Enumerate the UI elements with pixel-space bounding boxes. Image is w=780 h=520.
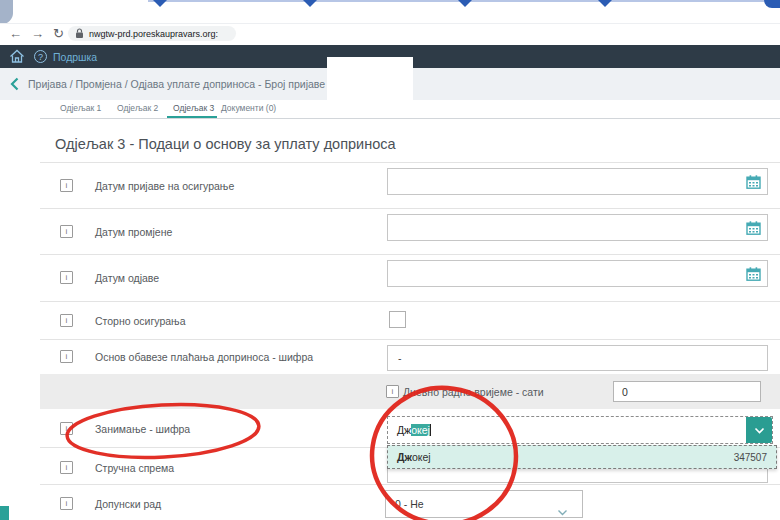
lock-icon (75, 28, 84, 39)
browser-tab-corner (0, 0, 13, 24)
select-value: 0 - Не (386, 491, 582, 517)
info-icon[interactable]: i (60, 422, 73, 435)
browser-window: ← → ↻ nwgtw-prd.poreskaupravars.org: ? П… (0, 0, 780, 520)
tab-section-1[interactable]: Одјељак 1 (60, 103, 101, 113)
refresh-icon[interactable]: ↻ (53, 26, 64, 42)
storno-checkbox[interactable] (389, 311, 406, 328)
info-icon[interactable]: i (60, 179, 73, 192)
info-icon[interactable]: i (60, 225, 73, 238)
page-title: Одјељак 3 - Подаци о основу за уплату до… (55, 136, 396, 152)
field-label-daily-hours: Дневно радно вријеме - сати (403, 386, 544, 398)
home-icon[interactable] (9, 49, 25, 68)
forward-icon[interactable]: → (31, 26, 44, 42)
occupation-dropdown-option[interactable]: Джокеј 347507 (387, 445, 777, 469)
row-divider (40, 254, 780, 255)
occupation-combobox[interactable]: Джокеј (387, 416, 773, 444)
tab-section-3[interactable]: Одјељак 3 (173, 103, 214, 113)
chevron-down-icon (557, 502, 568, 520)
tab-section-2[interactable]: Одјељак 2 (117, 103, 158, 113)
basis-code-select[interactable]: - (387, 345, 768, 371)
option-code: 347507 (734, 452, 767, 463)
field-label-basis-code: Основ обавезе плаћања доприноса - шифра (95, 351, 313, 363)
corner-accent (0, 506, 9, 520)
field-label-storno: Сторно осигурања (95, 315, 185, 327)
info-icon[interactable]: i (60, 461, 73, 474)
back-icon[interactable]: ← (9, 26, 22, 42)
info-icon[interactable]: i (386, 385, 399, 398)
row-divider (40, 208, 780, 209)
combobox-dropdown-button[interactable] (746, 417, 772, 443)
row-divider (40, 484, 780, 485)
window-corner-shape (764, 0, 780, 8)
info-icon[interactable]: i (60, 497, 73, 510)
field-label-registration-date: Датум пријаве на осигурање (95, 180, 234, 192)
option-label: Джокеј (397, 451, 431, 463)
help-icon[interactable]: ? (34, 50, 47, 63)
info-icon[interactable]: i (60, 314, 73, 327)
registration-date-input[interactable] (387, 168, 768, 195)
info-icon[interactable]: i (60, 271, 73, 284)
occupation-input-text: Джокеј (397, 417, 431, 443)
text-caret (430, 424, 431, 436)
field-label-occupation: Занимање - шифра (95, 423, 190, 435)
bookmark-arrow-icon (153, 0, 167, 7)
chevron-down-icon (754, 427, 765, 434)
field-label-qualification: Стручна спрема (95, 462, 174, 474)
field-label-change-date: Датум промјене (95, 226, 172, 238)
field-label-deregistration-date: Датум одјаве (95, 272, 159, 284)
address-bar[interactable]: nwgtw-prd.poreskaupravars.org: (68, 26, 236, 41)
back-chevron-icon[interactable] (10, 77, 19, 95)
info-icon[interactable]: i (60, 350, 73, 363)
breadcrumb: Пријава / Промјена / Одјава уплате допри… (28, 78, 325, 90)
row-divider (40, 162, 780, 163)
row-divider (40, 301, 780, 302)
redaction-box (327, 57, 413, 112)
calendar-icon[interactable] (746, 221, 761, 239)
support-link[interactable]: Подршка (53, 51, 97, 63)
calendar-icon[interactable] (746, 267, 761, 285)
daily-hours-input[interactable]: 0 (613, 381, 761, 402)
tabstrip-divider (0, 23, 780, 24)
bookmark-arrow-icon (458, 0, 472, 7)
calendar-icon[interactable] (746, 175, 761, 193)
url-text: nwgtw-prd.poreskaupravars.org: (89, 29, 218, 39)
autocomplete-selection: океј (411, 424, 430, 436)
tab-documents[interactable]: Документи (0) (221, 103, 276, 113)
supplementary-work-select[interactable]: 0 - Не (385, 490, 583, 518)
bookmark-arrow-icon (598, 0, 612, 7)
deregistration-date-input[interactable] (387, 260, 768, 287)
bookmark-arrow-icon (303, 0, 317, 7)
change-date-input[interactable] (387, 214, 768, 241)
tabs-bottom-border (40, 118, 780, 119)
field-label-supplementary-work: Допунски рад (95, 498, 161, 510)
row-divider (40, 339, 780, 340)
